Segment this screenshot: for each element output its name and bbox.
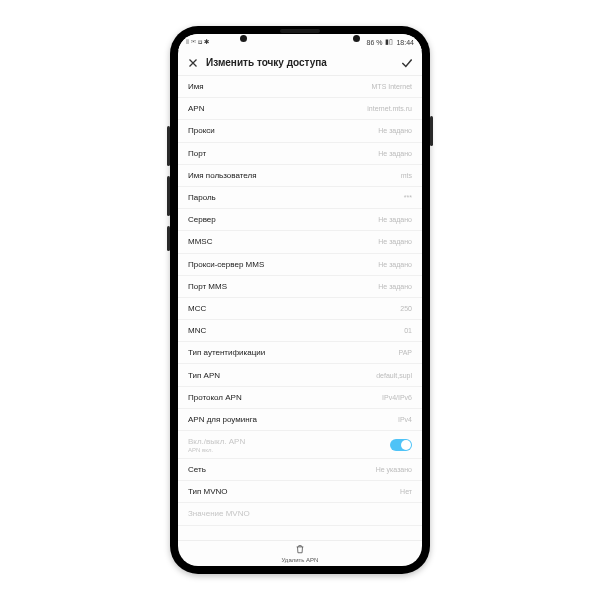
row-username[interactable]: Имя пользователяmts bbox=[178, 165, 422, 187]
status-icons: ⫴ ✉ ⧈ ✱ bbox=[186, 38, 209, 46]
row-mms-port[interactable]: Порт MMSНе задано bbox=[178, 276, 422, 298]
sensor bbox=[353, 35, 360, 42]
status-bar: ⫴ ✉ ⧈ ✱ 86 % ▮▯ 18:44 bbox=[178, 34, 422, 50]
row-mvno-type[interactable]: Тип MVNOНет bbox=[178, 481, 422, 503]
value: 01 bbox=[404, 327, 412, 334]
status-left: ⫴ ✉ ⧈ ✱ bbox=[186, 38, 209, 46]
row-name[interactable]: ИмяMTS Internet bbox=[178, 76, 422, 98]
side-button bbox=[167, 226, 170, 251]
label: Имя пользователя bbox=[188, 171, 256, 180]
label: APN bbox=[188, 104, 204, 113]
label: Тип APN bbox=[188, 371, 220, 380]
value: mts bbox=[401, 172, 412, 179]
row-mcc[interactable]: MCC250 bbox=[178, 298, 422, 320]
value: Не задано bbox=[378, 150, 412, 157]
value: Не задано bbox=[378, 283, 412, 290]
volume-down bbox=[167, 176, 170, 216]
battery-text: 86 % bbox=[367, 39, 383, 46]
label: MMSC bbox=[188, 237, 212, 246]
value: 250 bbox=[400, 305, 412, 312]
label: Тип MVNO bbox=[188, 487, 228, 496]
label: Прокси-сервер MMS bbox=[188, 260, 264, 269]
row-apn-protocol[interactable]: Протокол APNIPv4/IPv6 bbox=[178, 387, 422, 409]
close-icon[interactable] bbox=[186, 56, 200, 70]
label: APN для роуминга bbox=[188, 415, 257, 424]
toggle-switch[interactable] bbox=[390, 439, 412, 451]
value: Не задано bbox=[378, 216, 412, 223]
label: Порт bbox=[188, 149, 206, 158]
settings-list: ИмяMTS Internet APNinternet.mts.ru Прокс… bbox=[178, 76, 422, 540]
sublabel: APN вкл. bbox=[188, 447, 213, 453]
label: Тип аутентификации bbox=[188, 348, 265, 357]
value: Нет bbox=[400, 488, 412, 495]
label: Сеть bbox=[188, 465, 206, 474]
label: Пароль bbox=[188, 193, 216, 202]
phone-frame: ⫴ ✉ ⧈ ✱ 86 % ▮▯ 18:44 Изменить точку дос… bbox=[170, 26, 430, 574]
label: Порт MMS bbox=[188, 282, 227, 291]
row-mmsc[interactable]: MMSCНе задано bbox=[178, 231, 422, 253]
battery-icon: ▮▯ bbox=[385, 38, 393, 46]
row-proxy[interactable]: ПроксиНе задано bbox=[178, 120, 422, 142]
label: Вкл./выкл. APN bbox=[188, 437, 245, 446]
row-mms-proxy[interactable]: Прокси-сервер MMSНе задано bbox=[178, 254, 422, 276]
sensor bbox=[240, 35, 247, 42]
row-apn-enable[interactable]: Вкл./выкл. APN APN вкл. bbox=[178, 431, 422, 459]
row-mvno-value: Значение MVNO bbox=[178, 503, 422, 525]
value: Не задано bbox=[378, 261, 412, 268]
row-auth-type[interactable]: Тип аутентификацииPAP bbox=[178, 342, 422, 364]
delete-apn-label: Удалить APN bbox=[282, 557, 319, 563]
row-server[interactable]: СерверНе задано bbox=[178, 209, 422, 231]
power-button bbox=[430, 116, 433, 146]
row-password[interactable]: Пароль*** bbox=[178, 187, 422, 209]
title-bar: Изменить точку доступа bbox=[178, 50, 422, 76]
row-mnc[interactable]: MNC01 bbox=[178, 320, 422, 342]
value: Не задано bbox=[378, 238, 412, 245]
value: MTS Internet bbox=[372, 83, 412, 90]
row-network[interactable]: СетьНе указано bbox=[178, 459, 422, 481]
row-apn-roaming[interactable]: APN для роумингаIPv4 bbox=[178, 409, 422, 431]
row-apn[interactable]: APNinternet.mts.ru bbox=[178, 98, 422, 120]
value: default,supl bbox=[376, 372, 412, 379]
value: Не указано bbox=[376, 466, 412, 473]
value: Не задано bbox=[378, 127, 412, 134]
value: *** bbox=[404, 194, 412, 201]
confirm-icon[interactable] bbox=[400, 56, 414, 70]
value: IPv4/IPv6 bbox=[382, 394, 412, 401]
label: Прокси bbox=[188, 126, 215, 135]
trash-icon bbox=[295, 544, 305, 556]
value: IPv4 bbox=[398, 416, 412, 423]
row-apn-type[interactable]: Тип APNdefault,supl bbox=[178, 364, 422, 386]
status-right: 86 % ▮▯ 18:44 bbox=[367, 38, 415, 46]
volume-up bbox=[167, 126, 170, 166]
label: MCC bbox=[188, 304, 206, 313]
label: MNC bbox=[188, 326, 206, 335]
value: PAP bbox=[399, 349, 413, 356]
value: internet.mts.ru bbox=[367, 105, 412, 112]
label: Протокол APN bbox=[188, 393, 242, 402]
label: Имя bbox=[188, 82, 204, 91]
label: Сервер bbox=[188, 215, 216, 224]
row-port[interactable]: ПортНе задано bbox=[178, 143, 422, 165]
page-title: Изменить точку доступа bbox=[206, 57, 394, 68]
label: Значение MVNO bbox=[188, 509, 250, 518]
bottom-bar[interactable]: Удалить APN bbox=[178, 540, 422, 566]
screen: ⫴ ✉ ⧈ ✱ 86 % ▮▯ 18:44 Изменить точку дос… bbox=[178, 34, 422, 566]
clock: 18:44 bbox=[396, 39, 414, 46]
